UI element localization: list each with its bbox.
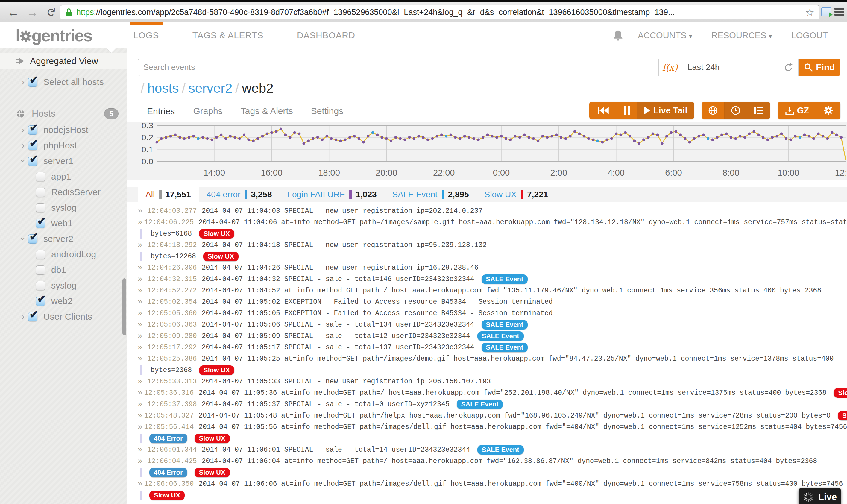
tab-tags-alerts[interactable]: Tags & Alerts	[232, 101, 302, 122]
local-time-button[interactable]	[725, 102, 747, 119]
log-settings-button[interactable]	[816, 102, 841, 119]
sidebar-scrollbar[interactable]	[122, 278, 126, 335]
log-continuation-row[interactable]: Slow UX	[138, 490, 841, 501]
log-row[interactable]: »12:04:26.3062014-04-07 11:04:26 SPECIAL…	[138, 262, 841, 273]
select-all-hosts-item[interactable]: › Select all hosts	[0, 74, 127, 90]
expander-icon[interactable]: ›	[18, 125, 28, 135]
browser-forward-icon[interactable]: →	[26, 6, 38, 18]
tag-badge-slow-ux[interactable]: Slow UX	[199, 229, 234, 238]
select-all-checkbox[interactable]	[28, 77, 37, 87]
checkbox-web1[interactable]	[36, 219, 45, 228]
log-row[interactable]: »12:05:17.2922014-04-07 11:05:17 SPECIAL…	[138, 342, 841, 353]
checkbox-server1[interactable]	[28, 157, 37, 166]
checkbox-server2[interactable]	[28, 234, 37, 244]
browser-menu-icon[interactable]	[834, 8, 844, 17]
sidebar-item-web1[interactable]: web1	[0, 215, 127, 231]
log-row[interactable]: »12:04:18.2922014-04-07 11:04:18 SPECIAL…	[138, 239, 841, 251]
tag-badge-sale-event[interactable]: SALE Event	[482, 274, 528, 284]
log-row[interactable]: »12:04:52.2722014-04-07 11:04:52 at=info…	[138, 285, 841, 296]
breadcrumb-hosts[interactable]: hosts	[147, 81, 179, 96]
log-row[interactable]: »12:05:33.3132014-04-07 11:05:33 SPECIAL…	[138, 376, 841, 387]
sidebar-item-app1[interactable]: app1	[0, 169, 127, 184]
log-row[interactable]: »12:05:09.2802014-04-07 11:05:09 SPECIAL…	[138, 330, 841, 342]
log-row[interactable]: »12:04:06.2252014-04-07 11:04:06 at=info…	[138, 217, 841, 228]
sidebar-item-db1[interactable]: db1	[0, 262, 127, 278]
tag-badge-sale-event[interactable]: SALE Event	[477, 331, 524, 341]
checkbox-syslog[interactable]	[36, 281, 45, 290]
tag-badge-sale-event[interactable]: SALE Event	[477, 445, 524, 455]
tag-badge-slow-ux[interactable]: Slow UX	[195, 434, 230, 443]
tag-badge-slow-ux[interactable]: Slow UX	[838, 411, 847, 420]
bookmark-star-icon[interactable]: ☆	[806, 6, 814, 18]
log-row[interactable]: »12:05:48.3272014-04-07 11:05:48 at=info…	[138, 410, 841, 421]
sidebar-item-nodejshost[interactable]: ›nodejsHost	[0, 122, 127, 138]
log-row[interactable]: »12:05:36.3162014-04-07 11:05:36 at=info…	[138, 387, 841, 399]
log-row[interactable]: »12:05:05.3602014-04-07 11:05:05 EXCEPTI…	[138, 308, 841, 319]
tag-badge-404-error[interactable]: 404 Error	[149, 468, 187, 478]
filter-slow-ux[interactable]: Slow UX7,221	[477, 187, 556, 202]
nav-logout[interactable]: LOGOUT	[791, 31, 828, 40]
expander-icon[interactable]: ›	[18, 312, 28, 321]
expander-icon[interactable]: ›	[18, 156, 28, 166]
pause-button[interactable]	[618, 102, 637, 119]
checkbox-androidlog[interactable]	[36, 250, 45, 259]
sidebar-item-server2[interactable]: ›server2	[0, 231, 127, 247]
sidebar-item-server1[interactable]: ›server1	[0, 153, 127, 169]
log-row[interactable]: »12:04:03.2772014-04-07 11:04:03 SPECIAL…	[138, 205, 841, 217]
address-bar[interactable]: https://logentries.com/app/2c5a748d-5870…	[60, 5, 819, 19]
nav-accounts[interactable]: ACCOUNTS ▾	[638, 31, 692, 40]
filter-login-failure[interactable]: Login FAILURE1,023	[280, 187, 384, 202]
checkbox-redisserver[interactable]	[36, 188, 45, 197]
log-row[interactable]: »12:05:37.3982014-04-07 11:05:37 SPECIAL…	[138, 399, 841, 410]
tab-entries[interactable]: Entries	[138, 101, 184, 122]
log-row[interactable]: »12:06:06.3502014-04-07 11:06:06 at=info…	[138, 478, 841, 490]
log-row[interactable]: »12:06:01.3442014-04-07 11:06:01 SPECIAL…	[138, 444, 841, 455]
log-row[interactable]: »12:06:04.4252014-04-07 11:06:04 at=info…	[138, 455, 841, 467]
download-gz-button[interactable]: GZ	[778, 102, 816, 119]
search-input[interactable]: Search events	[138, 59, 659, 76]
log-row[interactable]: »12:05:25.3862014-04-07 11:05:25 at=info…	[138, 353, 841, 364]
function-fx-button[interactable]: f(x)	[659, 59, 681, 76]
list-view-button[interactable]	[747, 102, 770, 119]
expander-icon[interactable]: ›	[18, 234, 28, 244]
filter-all[interactable]: All17,551	[138, 187, 199, 202]
filter-404-error[interactable]: 404 error3,258	[199, 187, 280, 202]
sidebar-item-phphost[interactable]: ›phpHost	[0, 138, 127, 153]
log-continuation-row[interactable]: 404 ErrorSlow UX	[138, 467, 841, 478]
sidebar-item-androidlog[interactable]: androidLog	[0, 247, 127, 262]
log-row[interactable]: »12:05:06.3632014-04-07 11:05:06 SPECIAL…	[138, 319, 841, 330]
live-indicator-button[interactable]: Live	[798, 488, 841, 504]
checkbox-app1[interactable]	[36, 172, 45, 181]
skip-to-start-button[interactable]	[589, 102, 618, 119]
refresh-icon[interactable]	[783, 62, 793, 73]
nav-tags-alerts[interactable]: TAGS & ALERTS	[190, 22, 266, 48]
sidebar-item-web2[interactable]: web2	[0, 293, 127, 309]
expander-icon[interactable]: ›	[18, 77, 28, 87]
time-range-field[interactable]: Last 24h	[681, 59, 798, 76]
checkbox-phphost[interactable]	[28, 141, 37, 150]
breadcrumb-server2[interactable]: server2	[188, 81, 233, 96]
browser-back-icon[interactable]: ←	[7, 6, 19, 18]
browser-reload-icon[interactable]: ↻	[44, 7, 57, 17]
event-timeline-chart[interactable]: 14:0016:0018:0020:0022:000:002:004:006:0…	[127, 122, 847, 180]
browser-export-icon[interactable]	[821, 7, 831, 16]
tab-graphs[interactable]: Graphs	[184, 101, 231, 122]
checkbox-user-clients[interactable]	[28, 312, 37, 321]
log-row[interactable]: »12:04:32.3152014-04-07 11:04:32 SPECIAL…	[138, 273, 841, 285]
checkbox-web2[interactable]	[36, 296, 45, 306]
nav-logs[interactable]: LOGS	[131, 22, 161, 48]
tag-badge-sale-event[interactable]: SALE Event	[482, 320, 528, 329]
utc-time-button[interactable]	[702, 102, 725, 119]
logentries-logo[interactable]: l gentries	[16, 26, 92, 45]
tag-badge-slow-ux[interactable]: Slow UX	[149, 490, 185, 500]
nav-dashboard[interactable]: DASHBOARD	[294, 22, 358, 48]
find-button[interactable]: Find	[798, 59, 841, 76]
log-continuation-row[interactable]: bytes=2368Slow UX	[138, 364, 841, 376]
expander-icon[interactable]: ›	[18, 141, 28, 150]
aggregated-view-item[interactable]: Aggregated View	[0, 53, 127, 69]
sidebar-item-redisserver[interactable]: RedisServer	[0, 184, 127, 200]
log-row[interactable]: »12:05:56.4142014-04-07 11:05:56 at=info…	[138, 421, 841, 433]
checkbox-nodejshost[interactable]	[28, 125, 37, 135]
url-text[interactable]: https://logentries.com/app/2c5a748d-5870…	[76, 8, 803, 17]
log-continuation-row[interactable]: 404 ErrorSlow UX	[138, 433, 841, 444]
